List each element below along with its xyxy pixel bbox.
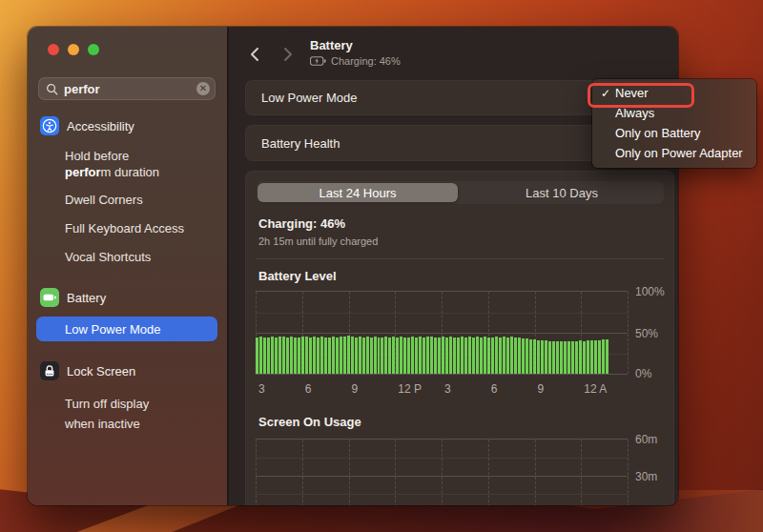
battery-level-bar	[320, 337, 323, 374]
battery-level-bar	[484, 337, 486, 374]
screen-on-usage-chart-title: Screen On Usage	[258, 415, 661, 429]
sub-item-line: when inactive	[65, 417, 140, 431]
battery-icon	[40, 288, 59, 307]
search-input[interactable]	[64, 82, 196, 96]
page-title: Battery	[310, 38, 401, 52]
search-icon	[46, 83, 58, 95]
battery-level-bar	[560, 341, 563, 374]
sidebar-item-vocal-shortcuts[interactable]: Vocal Shortcuts	[28, 250, 227, 264]
battery-level-bar	[267, 338, 270, 374]
charging-status-text: Charging: 46%	[331, 55, 401, 67]
tab-last-24-hours[interactable]: Last 24 Hours	[256, 181, 460, 204]
gridline	[581, 292, 582, 374]
battery-level-bar	[472, 338, 475, 374]
battery-level-bar	[503, 337, 505, 374]
sidebar-item-low-power-mode-selected[interactable]: Low Power Mode	[36, 317, 217, 341]
battery-level-bar	[374, 337, 377, 374]
battery-level-bar	[457, 338, 460, 374]
gridline	[256, 440, 257, 505]
gridline	[581, 440, 582, 505]
sidebar-item-turn-off-display[interactable]: Turn off display when inactive	[28, 394, 227, 434]
low-power-mode-label: Low Power Mode	[261, 91, 357, 105]
close-button[interactable]	[48, 44, 59, 55]
menu-item-never[interactable]: ✓ Never	[592, 83, 756, 103]
battery-level-bar	[453, 338, 456, 374]
screen-on-usage-y-axis: 60m 30m	[628, 439, 664, 505]
charging-status: Charging: 46%	[258, 216, 661, 231]
sidebar-item-accessibility[interactable]: Accessibility	[28, 115, 227, 136]
battery-level-bar	[449, 337, 452, 374]
gridline	[395, 292, 396, 374]
sub-item-line: m duration	[101, 165, 159, 179]
battery-level-chart: 100% 50% 0%	[256, 291, 664, 375]
battery-level-bar	[275, 338, 278, 374]
x-tick-label: 6	[491, 382, 498, 396]
battery-level-bar	[286, 338, 289, 374]
battery-level-bar	[602, 339, 605, 374]
battery-level-bar	[336, 338, 339, 374]
divider	[256, 258, 664, 259]
sidebar: ✕ Accessibility Hold before perform dura…	[28, 27, 227, 505]
chevron-left-icon	[250, 47, 259, 62]
battery-level-bar	[362, 338, 365, 374]
battery-level-bar	[522, 338, 525, 374]
menu-item-only-on-battery[interactable]: Only on Battery	[592, 123, 756, 143]
charging-detail: 2h 15m until fully charged	[258, 235, 661, 247]
lock-icon	[40, 361, 59, 380]
back-button[interactable]	[248, 44, 261, 65]
x-tick-label: 12 A	[584, 382, 607, 396]
gridline	[302, 440, 303, 505]
minimize-button[interactable]	[68, 44, 79, 55]
battery-level-bar	[545, 340, 547, 374]
forward-button[interactable]	[281, 44, 295, 65]
battery-level-chart-title: Battery Level	[258, 269, 661, 283]
battery-level-bar	[332, 337, 335, 374]
pane-header: Battery Charging: 46%	[229, 27, 678, 72]
battery-level-bar	[564, 341, 567, 374]
battery-level-bar	[415, 338, 418, 374]
sub-item-line: Turn off display	[65, 397, 149, 411]
x-tick-label: 3	[444, 382, 451, 396]
y-tick-label: 30m	[635, 470, 657, 483]
battery-level-bar	[271, 337, 274, 374]
y-tick-label: 0%	[635, 367, 651, 380]
sidebar-item-hold-before-perform-duration[interactable]: Hold before perform duration	[28, 148, 227, 180]
x-tick-label: 6	[305, 382, 312, 396]
battery-level-bar	[328, 338, 331, 374]
battery-level-bar	[583, 341, 586, 374]
time-range-segmented-control: Last 24 Hours Last 10 Days	[256, 181, 664, 204]
battery-level-bar	[548, 341, 551, 374]
battery-level-bar	[259, 337, 262, 374]
sidebar-item-lock-screen[interactable]: Lock Screen	[28, 360, 227, 381]
y-tick-label: 50%	[635, 327, 658, 340]
battery-level-bar	[378, 338, 381, 374]
battery-level-bar	[461, 337, 464, 374]
gridline	[488, 292, 489, 374]
battery-level-bar	[506, 338, 509, 374]
battery-level-bar	[400, 337, 402, 374]
search-match-text: perfor	[65, 165, 101, 179]
battery-level-x-axis: 36912 P36912 A	[256, 375, 628, 398]
battery-level-bar	[384, 337, 387, 374]
sidebar-item-battery[interactable]: Battery	[28, 287, 227, 308]
battery-level-bar	[480, 338, 483, 374]
clear-search-icon[interactable]: ✕	[196, 82, 210, 95]
battery-level-bar	[526, 338, 528, 374]
screen-on-usage-grid	[256, 439, 628, 505]
battery-level-bar	[313, 337, 316, 374]
battery-level-bar	[556, 341, 559, 374]
gridline	[488, 440, 489, 505]
battery-level-bar	[426, 337, 429, 374]
zoom-button[interactable]	[88, 44, 99, 55]
battery-level-bar	[590, 340, 593, 374]
window-controls	[28, 27, 227, 55]
menu-item-always[interactable]: Always	[592, 103, 756, 123]
sidebar-item-full-keyboard-access[interactable]: Full Keyboard Access	[28, 221, 227, 235]
gridline	[302, 292, 303, 374]
menu-item-only-on-power-adapter[interactable]: Only on Power Adapter	[592, 143, 756, 163]
search-field[interactable]: ✕	[38, 77, 216, 100]
sidebar-item-dwell-corners[interactable]: Dwell Corners	[28, 193, 227, 207]
battery-level-bar	[445, 338, 448, 374]
tab-last-10-days[interactable]: Last 10 Days	[460, 181, 664, 204]
battery-charging-icon	[310, 56, 326, 66]
